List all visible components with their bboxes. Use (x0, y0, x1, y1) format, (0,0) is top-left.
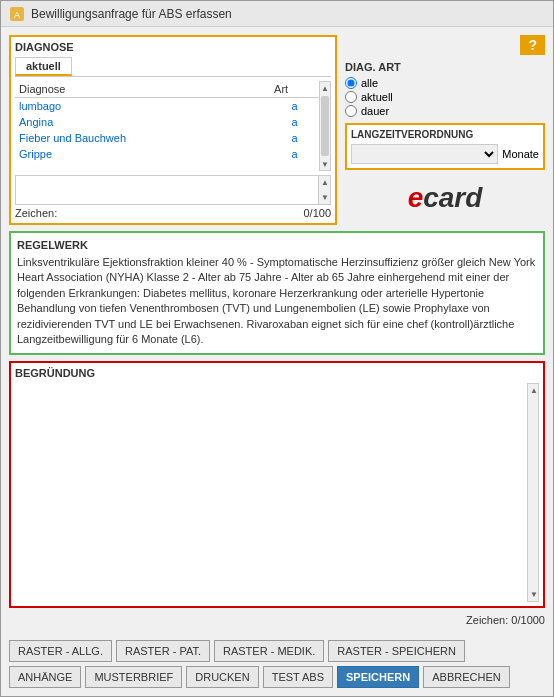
art-cell: a (270, 98, 319, 115)
begruendung-zeichen-row: Zeichen: 0/1000 (9, 614, 545, 626)
diagnose-table: Diagnose Art lumbago a (15, 81, 331, 162)
radio-alle-label: alle (361, 77, 378, 89)
title-bar: A Bewilligungsanfrage für ABS erfassen (1, 1, 553, 27)
ecard-logo: ecard (345, 176, 545, 220)
content-area: DIAGNOSE aktuell Diagnose Art (1, 27, 553, 636)
right-col: ? DIAG. ART alle aktuell (345, 35, 545, 220)
radio-dauer-label: dauer (361, 105, 389, 117)
table-row[interactable]: Grippe a (15, 146, 331, 162)
radio-aktuell[interactable]: aktuell (345, 91, 545, 103)
drucken-button[interactable]: DRUCKEN (186, 666, 258, 688)
regelwerk-text: Linksventrikuläre Ejektionsfraktion klei… (17, 255, 537, 347)
langzeit-section: LANGZEITVERORDNUNG 3 6 12 Monate (345, 123, 545, 170)
test-abs-button[interactable]: TEST ABS (263, 666, 333, 688)
zeichen-label: Zeichen: (15, 207, 57, 219)
diagnose-title: DIAGNOSE (15, 41, 331, 53)
main-window: A Bewilligungsanfrage für ABS erfassen D… (0, 0, 554, 697)
diag-art-title: DIAG. ART (345, 61, 545, 73)
button-row-1: RASTER - ALLG. RASTER - PAT. RASTER - ME… (9, 640, 545, 662)
diagnose-cell: Fieber und Bauchweh (15, 130, 270, 146)
radio-dauer[interactable]: dauer (345, 105, 545, 117)
tab-aktuell[interactable]: aktuell (15, 57, 72, 76)
art-cell: a (270, 146, 319, 162)
begruendung-scrollbar[interactable]: ▲ ▼ (527, 383, 539, 602)
art-cell: a (270, 130, 319, 146)
window-title: Bewilligungsanfrage für ABS erfassen (31, 7, 232, 21)
scroll-down-icon[interactable]: ▼ (320, 158, 330, 170)
help-button[interactable]: ? (520, 35, 545, 55)
musterbrief-button[interactable]: MUSTERBRIEF (85, 666, 182, 688)
diagnose-section: DIAGNOSE aktuell Diagnose Art (9, 35, 337, 225)
regelwerk-title: REGELWERK (17, 239, 537, 251)
diagnose-tabs: aktuell (15, 57, 331, 77)
begruendung-section: BEGRÜNDUNG ▲ ▼ (9, 361, 545, 608)
ecard-card-text: card (423, 182, 482, 213)
anhaenge-button[interactable]: ANHÄNGE (9, 666, 81, 688)
ecard-display: ecard (408, 182, 483, 213)
begruendung-title: BEGRÜNDUNG (15, 367, 539, 379)
window-icon: A (9, 6, 25, 22)
diagnose-cell: Grippe (15, 146, 270, 162)
scroll-thumb (321, 96, 329, 156)
diag-art-section: DIAG. ART alle aktuell dauer (345, 61, 545, 117)
bottom-area: RASTER - ALLG. RASTER - PAT. RASTER - ME… (1, 636, 553, 696)
abbrechen-button[interactable]: ABBRECHEN (423, 666, 509, 688)
radio-alle[interactable]: alle (345, 77, 545, 89)
begruendung-textarea-wrapper: ▲ ▼ (15, 383, 539, 602)
zeichen-value: 0/100 (303, 207, 331, 219)
scroll-up-icon[interactable]: ▲ (320, 82, 330, 94)
begruendung-textarea[interactable] (15, 383, 527, 602)
table-row[interactable]: lumbago a (15, 98, 331, 115)
art-cell: a (270, 114, 319, 130)
radio-aktuell-label: aktuell (361, 91, 393, 103)
top-row: DIAGNOSE aktuell Diagnose Art (9, 35, 545, 225)
radio-group: alle aktuell dauer (345, 77, 545, 117)
diagnose-cell: Angina (15, 114, 270, 130)
zeichen-row: Zeichen: 0/100 (15, 205, 331, 219)
radio-alle-input[interactable] (345, 77, 357, 89)
begruendung-zeichen-value: 0/1000 (511, 614, 545, 626)
begruendung-zeichen-label: Zeichen: (466, 614, 508, 626)
diagnose-table-wrapper: Diagnose Art lumbago a (15, 81, 331, 171)
raster-pat-button[interactable]: RASTER - PAT. (116, 640, 210, 662)
radio-aktuell-input[interactable] (345, 91, 357, 103)
svg-text:A: A (14, 10, 20, 20)
col-art: Art (270, 81, 319, 98)
diagnose-scrollbar[interactable]: ▲ ▼ (319, 81, 331, 171)
raster-speichern-button[interactable]: RASTER - SPEICHERN (328, 640, 465, 662)
ecard-e-text: e (408, 182, 424, 213)
button-row-2: ANHÄNGE MUSTERBRIEF DRUCKEN TEST ABS SPE… (9, 666, 545, 688)
table-row[interactable]: Angina a (15, 114, 331, 130)
langzeit-title: LANGZEITVERORDNUNG (351, 129, 539, 140)
raster-allg-button[interactable]: RASTER - ALLG. (9, 640, 112, 662)
table-row[interactable]: Fieber und Bauchweh a (15, 130, 331, 146)
langzeit-row: 3 6 12 Monate (351, 144, 539, 164)
diagnose-cell: lumbago (15, 98, 270, 115)
radio-dauer-input[interactable] (345, 105, 357, 117)
raster-medik-button[interactable]: RASTER - MEDIK. (214, 640, 324, 662)
monate-label: Monate (502, 148, 539, 160)
regelwerk-section: REGELWERK Linksventrikuläre Ejektionsfra… (9, 231, 545, 355)
speichern-button[interactable]: SPEICHERN (337, 666, 419, 688)
langzeit-select[interactable]: 3 6 12 (351, 144, 498, 164)
col-diagnose: Diagnose (15, 81, 270, 98)
